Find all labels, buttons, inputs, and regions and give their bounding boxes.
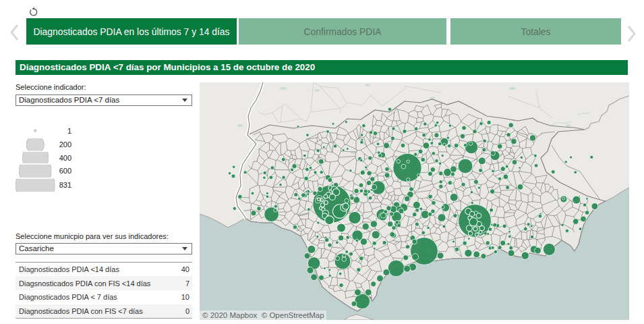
svg-text:400: 400	[59, 154, 71, 162]
svg-text:600: 600	[59, 167, 71, 175]
svg-text:831: 831	[59, 181, 71, 189]
svg-text:200: 200	[59, 140, 71, 148]
svg-text:© 2020 Mapbox © OpenStreetMap: © 2020 Mapbox © OpenStreetMap	[202, 311, 324, 319]
svg-text:1: 1	[67, 127, 71, 135]
